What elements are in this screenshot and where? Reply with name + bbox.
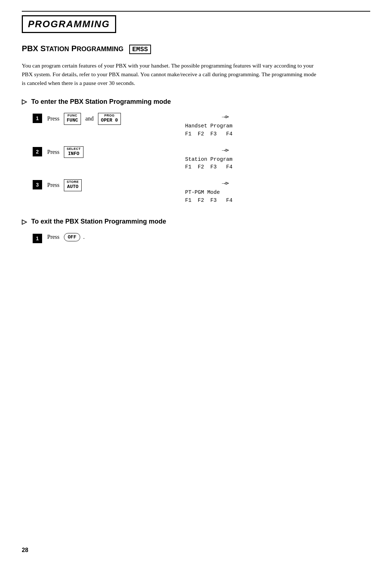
key-off: OFF <box>64 233 80 241</box>
step-2-content: Press SELECT INFO →⊳ Station Program F1 … <box>47 146 370 172</box>
step-1-result: →⊳ Handset Program F1 F2 F3 F4 <box>185 113 233 138</box>
exit-heading-text: To exit the PBX Station Programming mode <box>31 218 166 225</box>
step-3-press: Press <box>47 182 60 188</box>
exit-step-1-text: Press OFF . <box>47 233 171 241</box>
key-auto: STORE AUTO <box>64 179 82 191</box>
step-2: 2 Press SELECT INFO →⊳ Station Program F… <box>33 146 370 172</box>
exit-steps: 1 Press OFF . <box>33 233 370 243</box>
step-2-number: 2 <box>33 147 42 156</box>
section-description: You can program certain features of your… <box>22 61 319 87</box>
step-3: 3 Press STORE AUTO →⊳ PT-PGM Mode F1 F2 … <box>33 179 370 205</box>
exit-step-1-number: 1 <box>33 234 42 243</box>
step-3-text: Press STORE AUTO <box>47 179 171 191</box>
triangle-icon-exit: ▷ <box>22 218 27 226</box>
page-number: 28 <box>22 547 28 553</box>
step-1: 1 Press FUNC FUNC and PROG OPER 0 →⊳ <box>33 113 370 138</box>
step-2-arrow: →⊳ <box>185 146 233 155</box>
exit-step-1: 1 Press OFF . <box>33 233 370 243</box>
exit-step-1-content: Press OFF . <box>47 233 370 241</box>
exit-heading: ▷ To exit the PBX Station Programming mo… <box>22 218 370 226</box>
section-title-text: PBX STATION PROGRAMMING <box>22 44 123 53</box>
period: . <box>83 234 85 240</box>
section-title-block: PBX STATION PROGRAMMING EMSS <box>22 44 370 53</box>
step-3-display: PT-PGM Mode F1 F2 F3 F4 <box>185 189 233 205</box>
key-func: FUNC FUNC <box>64 113 81 125</box>
key-info: SELECT INFO <box>64 146 84 158</box>
step-1-display: Handset Program F1 F2 F3 F4 <box>185 122 233 138</box>
triangle-icon-enter: ▷ <box>22 98 27 106</box>
step-1-number: 1 <box>33 114 42 123</box>
step-1-text: Press FUNC FUNC and PROG OPER 0 <box>47 113 171 125</box>
step-3-number: 3 <box>33 180 42 189</box>
step-3-content: Press STORE AUTO →⊳ PT-PGM Mode F1 F2 F3… <box>47 179 370 205</box>
step-1-arrow: →⊳ <box>185 113 233 122</box>
emss-label: EMSS <box>129 45 151 54</box>
exit-step-1-press: Press <box>47 234 60 240</box>
step-2-press: Press <box>47 149 60 155</box>
enter-heading-text: To enter the PBX Station Programming mod… <box>31 98 171 106</box>
step-2-result: →⊳ Station Program F1 F2 F3 F4 <box>185 146 233 172</box>
step-1-press: Press <box>47 115 60 122</box>
step-2-display: Station Program F1 F2 F3 F4 <box>185 156 233 172</box>
step-2-text: Press SELECT INFO <box>47 146 171 158</box>
section-main-title: PBX STATION PROGRAMMING EMSS <box>22 44 151 53</box>
step-3-arrow: →⊳ <box>185 179 233 188</box>
key-oper0: PROG OPER 0 <box>98 113 121 125</box>
enter-steps: 1 Press FUNC FUNC and PROG OPER 0 →⊳ <box>33 113 370 205</box>
header-title: Programming <box>28 19 110 29</box>
step-1-content: Press FUNC FUNC and PROG OPER 0 →⊳ Hands… <box>47 113 370 138</box>
enter-heading: ▷ To enter the PBX Station Programming m… <box>22 98 370 106</box>
subsection-exit: ▷ To exit the PBX Station Programming mo… <box>22 218 370 243</box>
top-divider <box>22 11 370 12</box>
step-3-result: →⊳ PT-PGM Mode F1 F2 F3 F4 <box>185 179 233 205</box>
step-1-and: and <box>85 115 94 122</box>
page-header: Programming <box>22 15 116 33</box>
emss-badge: EMSS <box>129 44 151 53</box>
subsection-enter: ▷ To enter the PBX Station Programming m… <box>22 98 370 205</box>
